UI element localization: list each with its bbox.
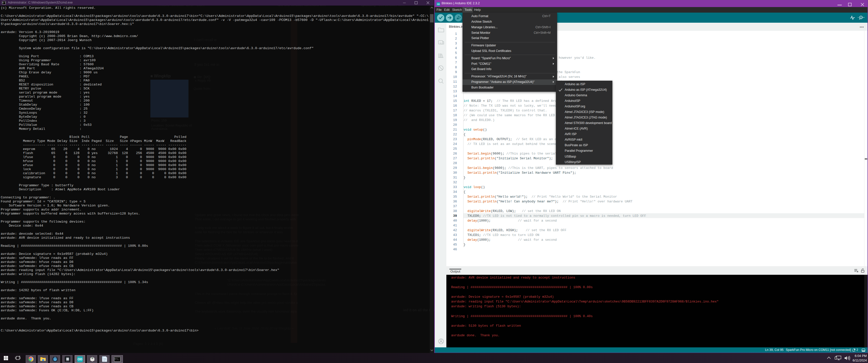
svg-text:C:\_: C:\_ [115, 358, 119, 360]
